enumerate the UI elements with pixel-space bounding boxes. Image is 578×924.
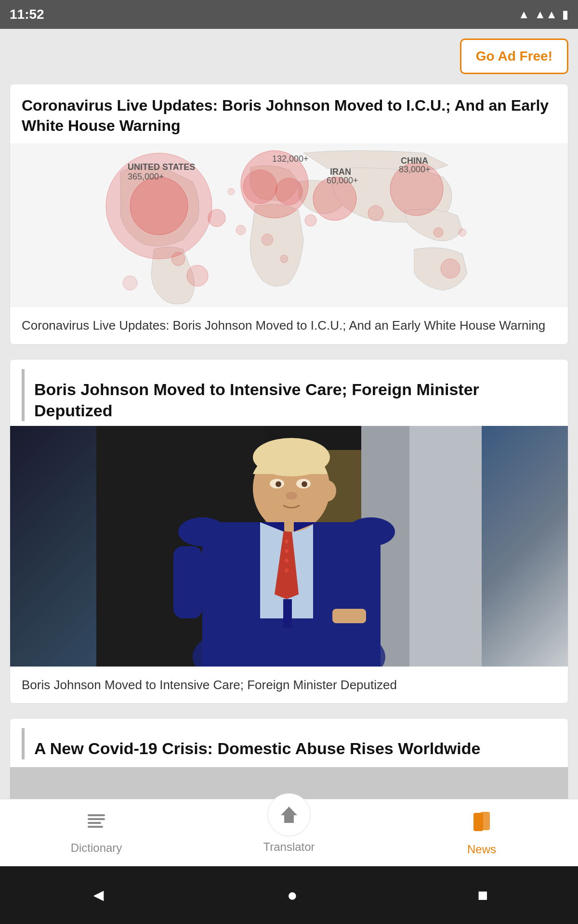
svg-point-48 [276, 481, 281, 487]
svg-point-4 [276, 178, 302, 205]
svg-point-7 [208, 209, 225, 227]
svg-text:UNITED STATES: UNITED STATES [128, 162, 195, 172]
translator-label: Translator [263, 840, 315, 854]
card2-image [10, 426, 568, 667]
svg-point-41 [285, 568, 289, 572]
svg-rect-56 [283, 599, 292, 628]
card2-title: Boris Johnson Moved to Intensive Care; F… [34, 369, 556, 421]
svg-point-15 [280, 255, 288, 263]
svg-text:IRAN: IRAN [330, 167, 351, 177]
card1-title: Coronavirus Live Updates: Boris Johnson … [10, 84, 568, 143]
svg-rect-52 [332, 609, 366, 623]
svg-point-14 [262, 234, 273, 245]
android-back-btn[interactable]: ◄ [90, 885, 107, 905]
svg-point-39 [285, 549, 289, 553]
svg-rect-60 [88, 826, 103, 828]
news-label: News [467, 843, 496, 856]
dictionary-label: Dictionary [71, 841, 122, 855]
svg-point-1 [130, 177, 188, 235]
svg-text:132,000+: 132,000+ [272, 154, 309, 164]
svg-text:CHINA: CHINA [401, 156, 428, 166]
dictionary-icon [86, 811, 107, 837]
svg-point-12 [434, 228, 443, 237]
boris-johnson-image-svg [10, 426, 568, 667]
svg-point-45 [319, 480, 336, 501]
android-home-btn[interactable]: ● [287, 885, 298, 905]
svg-point-16 [236, 225, 246, 235]
android-nav-bar: ◄ ● ■ [0, 866, 578, 924]
news-icon [470, 810, 494, 839]
nav-item-news[interactable]: News [385, 810, 578, 856]
svg-text:83,000+: 83,000+ [399, 165, 431, 174]
svg-point-18 [123, 276, 137, 290]
svg-point-38 [285, 539, 289, 543]
svg-point-19 [459, 229, 466, 236]
svg-text:365,000+: 365,000+ [128, 172, 164, 181]
status-icons: ▲ ▲▲ ▮ [518, 8, 568, 21]
wifi-icon: ▲ [518, 8, 530, 21]
svg-marker-61 [281, 807, 297, 823]
svg-point-10 [305, 215, 316, 226]
svg-rect-53 [173, 546, 202, 618]
card3-title: A New Covid-19 Crisis: Domestic Abuse Ri… [34, 728, 556, 759]
status-time: 11:52 [10, 7, 44, 22]
status-bar: 11:52 ▲ ▲▲ ▮ [0, 0, 578, 29]
signal-icon: ▲▲ [534, 8, 557, 21]
ad-free-area: Go Ad Free! [0, 29, 578, 79]
nav-item-dictionary[interactable]: Dictionary [0, 811, 193, 855]
svg-point-11 [368, 205, 383, 221]
svg-point-50 [286, 492, 297, 500]
ad-free-button[interactable]: Go Ad Free! [460, 38, 568, 74]
card-boris-johnson[interactable]: Boris Johnson Moved to Intensive Care; F… [10, 359, 568, 704]
card-coronavirus-map[interactable]: Coronavirus Live Updates: Boris Johnson … [10, 84, 568, 345]
svg-point-13 [441, 259, 460, 278]
svg-rect-59 [88, 822, 101, 824]
card2-description: Boris Johnson Moved to Intensive Care; F… [10, 667, 568, 703]
translator-home-circle [267, 793, 311, 836]
svg-point-17 [228, 188, 235, 195]
svg-rect-58 [88, 818, 105, 820]
card1-description: Coronavirus Live Updates: Boris Johnson … [10, 307, 568, 344]
svg-point-3 [243, 170, 277, 204]
svg-rect-29 [409, 426, 482, 667]
svg-text:60,000+: 60,000+ [327, 176, 358, 185]
nav-item-translator[interactable]: Translator [193, 812, 385, 854]
world-map-svg: UNITED STATES 365,000+ 132,000+ IRAN 60,… [10, 143, 568, 307]
svg-point-40 [285, 559, 289, 563]
news-container: Coronavirus Live Updates: Boris Johnson … [0, 79, 578, 869]
android-recent-btn[interactable]: ■ [477, 885, 488, 905]
svg-point-8 [171, 252, 185, 266]
covid-map: UNITED STATES 365,000+ 132,000+ IRAN 60,… [10, 143, 568, 307]
svg-point-34 [178, 517, 226, 546]
svg-point-49 [302, 481, 307, 487]
svg-rect-57 [88, 814, 105, 816]
battery-icon: ▮ [562, 8, 568, 21]
svg-point-9 [187, 265, 208, 286]
bottom-nav: Dictionary Translator News [0, 799, 578, 866]
